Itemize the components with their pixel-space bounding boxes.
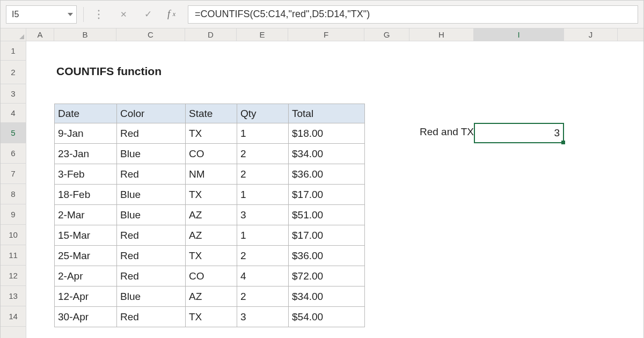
table-cell[interactable]: $72.00 — [289, 266, 365, 286]
table-cell[interactable]: $51.00 — [289, 205, 365, 225]
col-header-E[interactable]: E — [237, 28, 288, 41]
table-cell[interactable]: 1 — [237, 225, 289, 246]
table-cell[interactable]: $36.00 — [289, 164, 365, 185]
table-cell[interactable]: 1 — [237, 185, 289, 205]
table-cell[interactable]: 2-Apr — [55, 266, 117, 286]
cells-area[interactable]: COUNTIFS function DateColorStateQtyTotal… — [26, 41, 643, 338]
table-row[interactable]: 3-FebRedNM2$36.00 — [55, 164, 365, 185]
table-cell[interactable]: 15-Mar — [55, 225, 117, 246]
table-cell[interactable]: AZ — [186, 225, 237, 246]
table-header-cell[interactable]: Qty — [237, 104, 289, 123]
table-cell[interactable]: AZ — [186, 205, 237, 225]
col-header-C[interactable]: C — [116, 28, 185, 41]
col-header-I[interactable]: I — [474, 28, 564, 41]
table-cell[interactable]: $18.00 — [289, 123, 365, 144]
table-cell[interactable]: $36.00 — [289, 246, 365, 266]
table-cell[interactable]: $34.00 — [289, 286, 365, 307]
vertical-dots-icon[interactable] — [93, 9, 104, 20]
table-cell[interactable]: 25-Mar — [55, 246, 117, 266]
table-cell[interactable]: $34.00 — [289, 144, 365, 164]
row-header-13[interactable]: 13 — [1, 286, 26, 306]
select-all-corner[interactable] — [1, 28, 26, 41]
table-cell[interactable]: $17.00 — [289, 225, 365, 246]
table-cell[interactable]: 3 — [237, 307, 289, 327]
row-header-3[interactable]: 3 — [1, 84, 26, 104]
row-header-5[interactable]: 5 — [1, 123, 26, 143]
table-header-cell[interactable]: Date — [55, 104, 117, 123]
table-cell[interactable]: TX — [186, 246, 237, 266]
name-box[interactable]: I5 — [6, 5, 77, 24]
active-cell[interactable]: 3 — [474, 123, 564, 143]
table-header-cell[interactable]: Total — [289, 104, 365, 123]
row-header-10[interactable]: 10 — [1, 225, 26, 245]
table-cell[interactable]: $54.00 — [289, 307, 365, 327]
row-header-14[interactable]: 14 — [1, 306, 26, 327]
table-cell[interactable]: 2 — [237, 164, 289, 185]
check-icon[interactable] — [143, 9, 153, 20]
row-header-7[interactable]: 7 — [1, 164, 26, 184]
row-header-1[interactable]: 1 — [1, 41, 26, 61]
row-header-6[interactable]: 6 — [1, 143, 26, 164]
table-cell[interactable]: TX — [186, 307, 237, 327]
cancel-icon[interactable] — [118, 9, 129, 20]
table-cell[interactable]: Red — [117, 246, 186, 266]
table-cell[interactable]: Red — [117, 164, 186, 185]
table-cell[interactable]: TX — [186, 123, 237, 144]
fx-icon[interactable]: fx — [167, 9, 178, 20]
table-row[interactable]: 18-FebBlueTX1$17.00 — [55, 185, 365, 205]
table-cell[interactable]: 12-Apr — [55, 286, 117, 307]
table-cell[interactable]: Red — [117, 307, 186, 327]
table-cell[interactable]: 18-Feb — [55, 185, 117, 205]
row-header-9[interactable]: 9 — [1, 204, 26, 225]
table-cell[interactable]: Blue — [117, 144, 186, 164]
table-cell[interactable]: 4 — [237, 266, 289, 286]
table-row[interactable]: 2-MarBlueAZ3$51.00 — [55, 205, 365, 225]
row-header-12[interactable]: 12 — [1, 266, 26, 286]
table-cell[interactable]: 2 — [237, 286, 289, 307]
table-cell[interactable]: CO — [186, 144, 237, 164]
table-row[interactable]: 15-MarRedAZ1$17.00 — [55, 225, 365, 246]
table-row[interactable]: 23-JanBlueCO2$34.00 — [55, 144, 365, 164]
table-cell[interactable]: 1 — [237, 123, 289, 144]
table-row[interactable]: 2-AprRedCO4$72.00 — [55, 266, 365, 286]
table-cell[interactable]: TX — [186, 185, 237, 205]
table-cell[interactable]: 2 — [237, 144, 289, 164]
table-header-cell[interactable]: Color — [117, 104, 186, 123]
table-cell[interactable]: AZ — [186, 286, 237, 307]
col-header-F[interactable]: F — [288, 28, 364, 41]
dropdown-icon[interactable] — [68, 13, 73, 16]
table-cell[interactable]: 23-Jan — [55, 144, 117, 164]
table-cell[interactable]: 3 — [237, 205, 289, 225]
table-cell[interactable]: Blue — [117, 185, 186, 205]
col-header-A[interactable]: A — [26, 28, 54, 41]
table-row[interactable]: 12-AprBlueAZ2$34.00 — [55, 286, 365, 307]
col-header-H[interactable]: H — [409, 28, 474, 41]
table-cell[interactable]: Blue — [117, 205, 186, 225]
table-cell[interactable]: 2 — [237, 246, 289, 266]
table-cell[interactable]: NM — [186, 164, 237, 185]
formula-input[interactable]: =COUNTIFS(C5:C14,"red",D5:D14,"TX") — [188, 5, 638, 24]
table-cell[interactable]: CO — [186, 266, 237, 286]
table-cell[interactable]: 3-Feb — [55, 164, 117, 185]
table-row[interactable]: 9-JanRedTX1$18.00 — [55, 123, 365, 144]
row-header-2[interactable]: 2 — [1, 61, 26, 84]
col-header-B[interactable]: B — [54, 28, 116, 41]
row-header-4[interactable]: 4 — [1, 104, 26, 123]
table-header-cell[interactable]: State — [186, 104, 237, 123]
svg-point-0 — [98, 10, 100, 11]
table-cell[interactable]: 2-Mar — [55, 205, 117, 225]
table-cell[interactable]: Red — [117, 225, 186, 246]
col-header-D[interactable]: D — [185, 28, 237, 41]
table-cell[interactable]: 30-Apr — [55, 307, 117, 327]
table-cell[interactable]: Blue — [117, 286, 186, 307]
table-cell[interactable]: Red — [117, 123, 186, 144]
table-cell[interactable]: 9-Jan — [55, 123, 117, 144]
table-row[interactable]: 25-MarRedTX2$36.00 — [55, 246, 365, 266]
table-row[interactable]: 30-AprRedTX3$54.00 — [55, 307, 365, 327]
table-cell[interactable]: $17.00 — [289, 185, 365, 205]
row-header-11[interactable]: 11 — [1, 245, 26, 266]
col-header-G[interactable]: G — [364, 28, 409, 41]
col-header-J[interactable]: J — [564, 28, 618, 41]
table-cell[interactable]: Red — [117, 266, 186, 286]
row-header-8[interactable]: 8 — [1, 184, 26, 204]
